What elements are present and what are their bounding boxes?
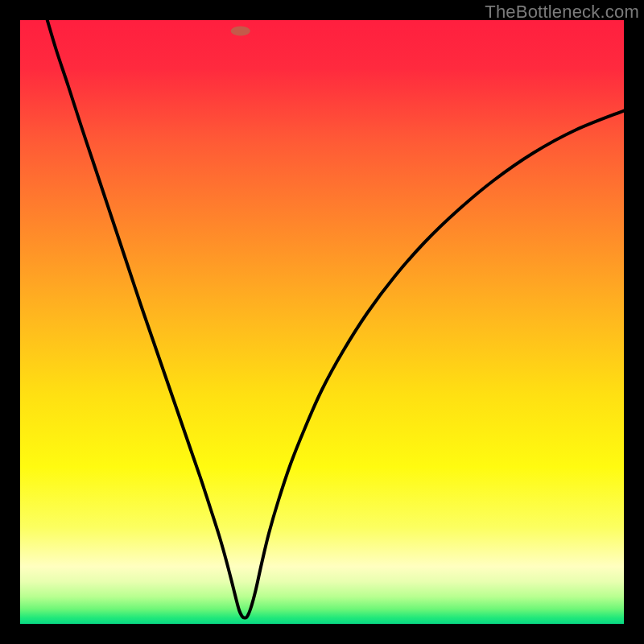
plot-area bbox=[20, 20, 624, 624]
gradient-background bbox=[20, 20, 624, 624]
watermark-text: TheBottleneck.com bbox=[485, 2, 639, 23]
chart-frame: TheBottleneck.com bbox=[0, 0, 644, 644]
minimum-marker bbox=[231, 27, 250, 36]
chart-svg bbox=[20, 20, 624, 624]
